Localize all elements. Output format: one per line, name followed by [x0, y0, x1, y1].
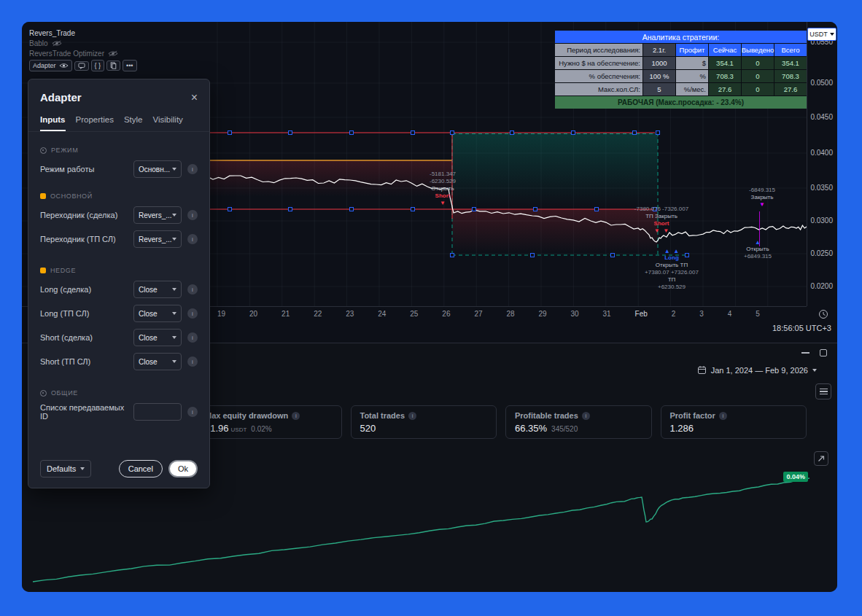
time-tick: 3	[699, 310, 704, 318]
analytics-cell: 27.6	[774, 83, 807, 95]
field-label: Переходник (ТП СЛ)	[40, 235, 133, 243]
time-tick: 5	[756, 310, 760, 318]
field-label: Short (ТП СЛ)	[40, 357, 133, 366]
message-icon	[78, 63, 85, 69]
info-icon[interactable]	[187, 164, 198, 174]
tab-visibility[interactable]: Visibility	[153, 111, 183, 131]
defaults-button[interactable]: Defaults	[40, 460, 91, 477]
info-icon[interactable]	[187, 308, 198, 319]
analytics-cell: Нужно $ на обеспечение:	[555, 57, 642, 69]
form-row: Short (сделка) Close	[40, 329, 198, 346]
time-ticks: 19 20 21 22 23 24 25 26 27 28 29 30 31 F…	[217, 310, 760, 318]
currency-selector[interactable]: USDT	[807, 28, 836, 41]
short-sdelka-select[interactable]: Close	[133, 329, 182, 346]
braces-icon: { }	[95, 61, 101, 70]
legend-item-bablo[interactable]: Bablo	[29, 39, 137, 47]
id-list-input[interactable]	[133, 403, 182, 421]
time-tick: 24	[378, 310, 386, 318]
analytics-cell: 354.1	[709, 57, 741, 69]
rezhim-raboty-select[interactable]: Основн...	[133, 160, 182, 178]
equity-curve-line	[33, 478, 809, 582]
price-scale[interactable]: 0.0550 0.0500 0.0450 0.0400 0.0350 0.030…	[807, 22, 837, 306]
section-header-obshchie: Общие	[40, 389, 198, 397]
ok-button[interactable]: Ok	[168, 460, 198, 477]
current-time: 18:56:05 UTC+3	[772, 324, 831, 332]
source-code-button[interactable]: { }	[91, 60, 105, 71]
long-tp-sl-select[interactable]: Close	[133, 305, 182, 322]
message-button[interactable]	[74, 61, 89, 71]
info-icon[interactable]	[187, 234, 198, 244]
info-icon[interactable]	[719, 412, 727, 420]
analytics-cell: 2.1г.	[643, 44, 675, 56]
form-row: Long (сделка) Close	[40, 281, 198, 298]
field-label: Short (сделка)	[40, 333, 133, 342]
eye-off-icon[interactable]	[52, 40, 62, 47]
chevron-down-icon	[812, 369, 817, 372]
adapter-label-button[interactable]: Adapter	[29, 60, 72, 71]
down-arrow-icon: ▼ ▼	[626, 227, 697, 234]
long-sdelka-select[interactable]: Close	[133, 281, 182, 298]
legend-item-label: Revers_Trade	[29, 29, 75, 37]
date-range-picker[interactable]: Jan 1, 2024 — Feb 9, 2026	[697, 365, 817, 375]
eye-off-icon[interactable]	[108, 50, 118, 57]
eye-icon[interactable]	[59, 63, 69, 69]
info-icon[interactable]	[187, 210, 198, 220]
analytics-cell: Всего	[774, 44, 807, 56]
copy-button[interactable]	[106, 61, 120, 71]
stat-label: Total trades	[360, 411, 405, 420]
minimize-icon[interactable]	[801, 352, 809, 354]
info-icon[interactable]	[187, 284, 198, 295]
equity-change-badge: 0.04%	[783, 472, 808, 482]
clock-icon[interactable]	[818, 309, 828, 319]
time-tick: Feb	[635, 310, 648, 318]
tab-inputs[interactable]: Inputs	[40, 111, 66, 131]
down-arrow-icon: ▼	[419, 200, 466, 206]
risk-zone-shading	[186, 160, 452, 197]
price-tick: 0.0400	[810, 149, 833, 157]
legend-item-adapter[interactable]: Adapter { } •••	[29, 60, 137, 71]
time-tick: 2	[672, 310, 676, 318]
dialog-body: Режим Режим работы Основн... Основной Пе…	[28, 147, 209, 421]
section-header-rezhim: Режим	[40, 147, 198, 154]
form-row: Переходник (сделка) Revers_...	[40, 206, 198, 224]
info-icon[interactable]	[187, 407, 198, 417]
analytics-cell: 1000	[643, 57, 675, 69]
info-icon[interactable]	[292, 412, 300, 420]
time-tick: 23	[346, 310, 354, 318]
time-tick: 25	[410, 310, 418, 318]
info-icon[interactable]	[187, 356, 198, 367]
analytics-cell: 708.3	[709, 70, 741, 82]
tab-style[interactable]: Style	[124, 111, 143, 131]
stat-label: Profitable trades	[515, 411, 578, 420]
time-tick: 20	[249, 310, 257, 318]
cancel-button[interactable]: Cancel	[119, 460, 163, 477]
dialog-footer: Defaults Cancel Ok	[28, 451, 209, 488]
info-icon[interactable]	[187, 332, 198, 343]
maximize-icon[interactable]	[820, 349, 827, 356]
legend-item-revers-trade[interactable]: Revers_Trade	[29, 29, 137, 37]
dialog-header: Adapter ×	[28, 79, 209, 111]
analytics-cell: Макс.кол.СЛ:	[555, 83, 642, 95]
time-tick: 26	[442, 310, 450, 318]
price-tick: 0.0450	[810, 113, 833, 121]
more-dots-icon: •••	[126, 61, 133, 70]
stat-value: 66.35%	[515, 423, 547, 434]
analytics-cell: Профит	[676, 44, 708, 56]
info-icon[interactable]	[408, 412, 416, 420]
report-layout-button[interactable]	[815, 383, 831, 399]
perekhodnik-sdelka-select[interactable]: Revers_...	[133, 206, 182, 224]
field-label: Список передаваемых ID	[40, 403, 133, 421]
short-tp-sl-select[interactable]: Close	[133, 353, 182, 370]
analytics-cell: 5	[643, 83, 675, 95]
time-tick: 30	[571, 310, 579, 318]
close-icon[interactable]: ×	[191, 92, 198, 104]
legend-item-reverstrade-optimizer[interactable]: ReversTrade Optimizer	[29, 50, 137, 58]
time-tick: 27	[474, 310, 482, 318]
chevron-down-icon	[172, 288, 176, 291]
analytics-cell: $	[676, 57, 708, 69]
more-options-button[interactable]: •••	[123, 60, 136, 71]
chevron-down-icon	[172, 336, 176, 339]
tab-properties[interactable]: Properties	[76, 111, 114, 131]
perekhodnik-tp-sl-select[interactable]: Revers_...	[133, 230, 182, 248]
info-icon[interactable]	[582, 412, 590, 420]
